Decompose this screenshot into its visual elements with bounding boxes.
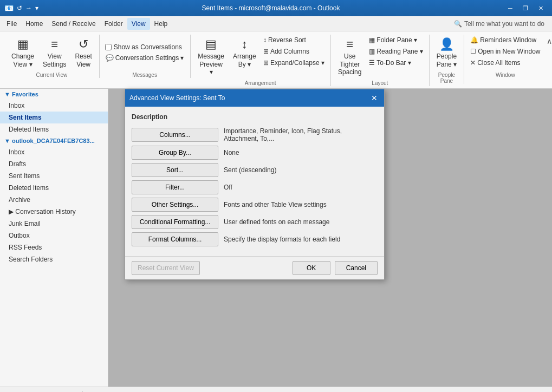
search-placeholder[interactable]: Tell me what you want to do [464,20,544,28]
menu-bar: File Home Send / Receive Folder View Hel… [0,16,552,31]
columns-button[interactable]: Columns... [132,128,218,142]
advanced-view-dialog: Advanced View Settings: Sent To ✕ Descri… [125,89,385,280]
sidebar-item-outbox[interactable]: Outbox [0,230,108,241]
calendar-button[interactable]: 📋 [24,389,39,392]
cancel-button[interactable]: Cancel [335,261,378,275]
menu-home[interactable]: Home [21,18,47,30]
conversation-settings-icon: 💬 [106,54,114,62]
quick-access-redo[interactable]: → [25,4,32,12]
filter-value: Off [224,184,378,191]
folder-pane-button[interactable]: ▦ Folder Pane ▾ [366,35,425,45]
show-conversations-checkbox[interactable]: Show as Conversations [103,43,184,51]
dialog-body: Description Columns... Importance, Remin… [125,107,384,256]
sidebar-item-drafts[interactable]: Drafts [0,158,108,170]
people-pane-icon: 👤 [439,37,454,51]
reverse-sort-label: Reverse Sort [268,36,306,44]
dialog-overlay: Advanced View Settings: Sent To ✕ Descri… [108,89,552,387]
layout-small-buttons: ▦ Folder Pane ▾ ▥ Reading Pane ▾ ☰ To-Do… [366,35,425,68]
close-button[interactable]: ✕ [534,2,548,14]
close-all-items-button[interactable]: ✕ Close All Items [467,57,543,68]
sidebar-item-sent[interactable]: Sent Items [0,170,108,182]
sidebar-item-rss[interactable]: RSS Feeds [0,241,108,253]
menu-folder[interactable]: Folder [100,18,127,30]
reading-pane-button[interactable]: ▥ Reading Pane ▾ [366,46,425,57]
current-view-label: Current View [36,71,68,78]
account-header[interactable]: ▼ outlook_DCA7E04FEB7C83... [0,135,108,146]
menu-view[interactable]: View [127,18,150,30]
reset-current-view-button[interactable]: Reset Current View [132,261,200,275]
window-title: Sent Items - microsoft@malavida.com - Ou… [38,4,503,12]
sidebar-item-conversation-history[interactable]: ▶ Conversation History [0,206,108,218]
reset-view-icon: ↺ [79,37,88,51]
conversation-settings-button[interactable]: 💬 Conversation Settings ▾ [103,53,187,63]
ribbon-group-current-view: ▦ ChangeView ▾ ≡ ViewSettings ↺ ResetVie… [4,35,100,78]
change-view-button[interactable]: ▦ ChangeView ▾ [8,35,38,71]
dialog-row-other-settings: Other Settings... Fonts and other Table … [132,198,378,212]
sort-button[interactable]: Sort... [132,163,218,177]
sidebar-item-deleted[interactable]: Deleted Items [0,182,108,194]
use-tighter-spacing-button[interactable]: ≡ Use TighterSpacing [334,35,365,79]
expand-collapse-icon: ⊞ [263,59,269,67]
current-view-buttons: ▦ ChangeView ▾ ≡ ViewSettings ↺ ResetVie… [8,35,96,71]
messages-label: Messages [132,71,157,78]
group-by-button[interactable]: Group By... [132,146,218,160]
todo-bar-button[interactable]: ☰ To-Do Bar ▾ [366,57,425,68]
ribbon-collapse[interactable]: ∧ [547,35,552,45]
format-columns-button[interactable]: Format Columns... [132,232,218,246]
view-settings-button[interactable]: ≡ ViewSettings [39,35,70,71]
sidebar-item-search-folders[interactable]: Search Folders [0,253,108,265]
favorites-header[interactable]: ▼ Favorites [0,89,108,100]
more-button[interactable]: ••• [87,389,102,392]
expand-collapse-button[interactable]: ⊞ Expand/Collapse ▾ [261,57,327,68]
conditional-formatting-button[interactable]: Conditional Formatting... [132,215,218,229]
sidebar-item-deleted-favorites[interactable]: Deleted Items [0,123,108,135]
dialog-close-button[interactable]: ✕ [369,93,380,103]
reminders-window-button[interactable]: 🔔 Reminders Window [467,35,543,45]
add-columns-button[interactable]: ⊞ Add Columns [261,46,327,57]
other-settings-value: Fonts and other Table View settings [224,201,378,208]
open-new-window-button[interactable]: ☐ Open in New Window [467,46,543,57]
new-window-label: Open in New Window [478,48,540,55]
message-preview-label: MessagePreview ▾ [198,53,225,76]
reset-view-button[interactable]: ↺ ResetView [71,35,95,71]
dialog-row-groupby: Group By... None [132,146,378,160]
search-icon: 🔍 [454,20,462,28]
people-pane-button[interactable]: 👤 PeoplePane ▾ [433,35,460,71]
sidebar-item-junk[interactable]: Junk Email [0,218,108,230]
close-all-icon: ✕ [470,59,476,67]
reminders-icon: 🔔 [470,36,478,44]
window-small-buttons: 🔔 Reminders Window ☐ Open in New Window … [467,35,543,68]
reverse-sort-button[interactable]: ↕ Reverse Sort [261,35,327,45]
group-by-value: None [224,149,378,156]
view-settings-label: ViewSettings [43,53,66,68]
menu-file[interactable]: File [2,18,21,30]
close-all-label: Close All Items [477,59,520,67]
sidebar-item-inbox[interactable]: Inbox [0,146,108,158]
message-preview-icon: ▤ [205,37,217,51]
other-settings-button[interactable]: Other Settings... [132,198,218,212]
sidebar-item-inbox-favorites[interactable]: Inbox [0,100,108,112]
menu-send-receive[interactable]: Send / Receive [47,18,100,30]
people-pane-label: People Pane [433,71,460,84]
ok-button[interactable]: OK [293,261,330,275]
tasks-button[interactable]: ✓ [63,389,78,392]
window-label: Window [496,71,515,78]
restore-button[interactable]: ❐ [518,2,532,14]
ribbon-group-window: 🔔 Reminders Window ☐ Open in New Window … [464,35,546,78]
filter-button[interactable]: Filter... [132,180,218,194]
mail-button[interactable]: ✉ [4,389,20,392]
arrangement-small-buttons: ↕ Reverse Sort ⊞ Add Columns ⊞ Expand/Co… [261,35,327,68]
minimize-button[interactable]: ─ [503,2,517,14]
sidebar-item-sent-favorites[interactable]: Sent Items [0,112,108,123]
format-columns-value: Specify the display formats for each fie… [224,236,378,243]
show-conversations-input[interactable] [105,44,112,50]
message-preview-button[interactable]: ▤ MessagePreview ▾ [194,35,229,79]
arrange-by-button[interactable]: ↕ ArrangeBy ▾ [230,35,259,71]
people-button[interactable]: 👥 [43,389,59,392]
sidebar-item-archive[interactable]: Archive [0,194,108,206]
conditional-formatting-value: User defined fonts on each message [224,218,378,226]
main-area: ▼ Favorites Inbox Sent Items Deleted Ite… [0,89,552,387]
dialog-row-conditional-formatting: Conditional Formatting... User defined f… [132,215,378,229]
quick-access-undo[interactable]: ↺ [17,4,22,12]
menu-help[interactable]: Help [150,18,172,30]
